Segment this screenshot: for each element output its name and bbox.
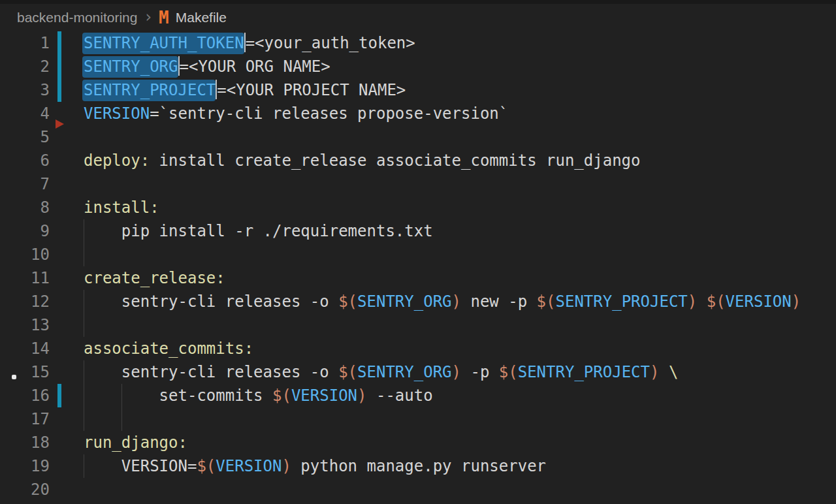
line-number[interactable]: 13 <box>0 313 50 337</box>
code-line[interactable]: 8install: <box>0 196 836 219</box>
code-token: $( <box>338 363 357 381</box>
code-line[interactable]: 17 <box>0 407 836 431</box>
line-number[interactable]: 18 <box>0 431 50 454</box>
code-line[interactable]: 11create_release: <box>0 266 836 290</box>
code-line-content[interactable]: pip install -r ./requirements.txt <box>84 219 433 243</box>
line-number[interactable]: 1 <box>0 31 50 55</box>
line-number[interactable]: 15 <box>0 360 50 384</box>
code-line[interactable]: 7 <box>0 172 836 196</box>
code-token: ) <box>792 292 801 311</box>
code-editor[interactable]: 1SENTRY_AUTH_TOKEN=<your_auth_token>2SEN… <box>0 31 836 504</box>
line-number[interactable]: 2 <box>0 55 50 78</box>
selection-highlight: SENTRY_AUTH_TOKEN <box>82 33 244 54</box>
code-token <box>659 363 668 381</box>
line-number[interactable]: 7 <box>0 172 50 196</box>
chevron-right-icon: › <box>145 8 152 26</box>
gutter-arrow-icon <box>56 119 64 129</box>
modified-gutter-indicator <box>57 78 61 102</box>
line-number[interactable]: 17 <box>0 407 50 431</box>
breadcrumb-folder[interactable]: backend-monitoring <box>17 10 137 25</box>
code-line-content[interactable]: create_release: <box>84 266 225 290</box>
line-number[interactable]: 12 <box>0 290 50 313</box>
code-line-content[interactable]: set-commits $(VERSION) --auto <box>84 384 433 407</box>
selection-highlight: SENTRY_ORG <box>82 56 178 78</box>
code-line-content[interactable]: SENTRY_AUTH_TOKEN=<your_auth_token> <box>84 31 415 55</box>
code-token: ) <box>357 386 366 405</box>
code-token: ) <box>452 363 461 381</box>
code-token: VERSION <box>726 292 792 311</box>
line-number[interactable]: 10 <box>0 243 50 266</box>
code-line-content[interactable]: deploy: install create_release associate… <box>84 149 641 172</box>
code-token: install: <box>84 198 159 217</box>
code-line[interactable]: 4VERSION=`sentry-cli releases propose-ve… <box>0 102 836 125</box>
line-number[interactable]: 20 <box>0 478 50 501</box>
code-token: ) <box>650 363 659 381</box>
line-number[interactable]: 4 <box>0 102 50 125</box>
line-number[interactable]: 5 <box>0 125 50 149</box>
code-token: sentry-cli releases -o <box>84 292 338 311</box>
code-token: --auto <box>367 386 433 405</box>
line-number[interactable]: 9 <box>0 219 50 243</box>
code-token: pip install -r ./requirements.txt <box>84 222 433 240</box>
code-line-content[interactable]: run_django: <box>84 431 187 454</box>
code-token: new -p <box>461 292 537 311</box>
code-line[interactable]: 20 <box>0 478 836 501</box>
code-line-content[interactable]: VERSION=`sentry-cli releases propose-ver… <box>84 102 508 125</box>
line-number[interactable]: 19 <box>0 454 50 478</box>
code-token: deploy: <box>84 151 150 170</box>
code-line[interactable]: 9 pip install -r ./requirements.txt <box>0 219 836 243</box>
code-line[interactable]: 12 sentry-cli releases -o $(SENTRY_ORG) … <box>0 290 836 313</box>
code-token: VERSION <box>84 104 150 123</box>
code-line-content[interactable]: associate_commits: <box>84 337 253 360</box>
line-number[interactable]: 8 <box>0 196 50 219</box>
modified-gutter-indicator <box>57 384 61 407</box>
code-token <box>697 292 706 311</box>
code-line-content[interactable]: VERSION=$(VERSION) python manage.py runs… <box>84 454 546 478</box>
line-number[interactable]: 16 <box>0 384 50 407</box>
line-number[interactable]: 3 <box>0 78 50 102</box>
code-line-content[interactable]: install: <box>84 196 159 219</box>
code-token: SENTRY_PROJECT <box>556 292 688 311</box>
indent-guide <box>84 243 84 266</box>
code-line[interactable]: 5 <box>0 125 836 149</box>
code-lines: 1SENTRY_AUTH_TOKEN=<your_auth_token>2SEN… <box>0 31 836 501</box>
code-line-content[interactable]: sentry-cli releases -o $(SENTRY_ORG) -p … <box>84 360 678 384</box>
code-token: \ <box>669 363 678 381</box>
indent-guide <box>84 407 84 431</box>
code-token: associate_commits: <box>84 339 253 358</box>
modified-gutter-indicator <box>57 31 61 55</box>
code-token: run_django: <box>84 433 187 452</box>
code-token: =<YOUR PROJECT NAME> <box>217 81 406 99</box>
code-line[interactable]: 18run_django: <box>0 431 836 454</box>
code-token: =`sentry-cli releases propose-version` <box>150 104 508 123</box>
code-token: install create_release associate_commits… <box>150 151 640 170</box>
code-token: =<YOUR ORG NAME> <box>180 57 330 76</box>
code-token: $( <box>338 292 357 311</box>
code-token: VERSION <box>216 457 281 475</box>
line-number[interactable]: 14 <box>0 337 50 360</box>
code-line[interactable]: 13 <box>0 313 836 337</box>
code-line[interactable]: 10 <box>0 243 836 266</box>
code-line[interactable]: 6deploy: install create_release associat… <box>0 149 836 172</box>
code-token: create_release: <box>84 269 225 287</box>
line-number[interactable]: 6 <box>0 149 50 172</box>
code-line[interactable]: 3SENTRY_PROJECT=<YOUR PROJECT NAME> <box>0 78 836 102</box>
code-line[interactable]: 15 sentry-cli releases -o $(SENTRY_ORG) … <box>0 360 836 384</box>
code-line[interactable]: 2SENTRY_ORG=<YOUR ORG NAME> <box>0 55 836 78</box>
selection-highlight: SENTRY_PROJECT <box>82 80 216 101</box>
code-line-content[interactable]: sentry-cli releases -o $(SENTRY_ORG) new… <box>84 290 801 313</box>
code-line[interactable]: 19 VERSION=$(VERSION) python manage.py r… <box>0 454 836 478</box>
code-line[interactable]: 1SENTRY_AUTH_TOKEN=<your_auth_token> <box>0 31 836 55</box>
code-line[interactable]: 14associate_commits: <box>0 337 836 360</box>
modified-gutter-indicator <box>57 55 61 78</box>
line-number[interactable]: 11 <box>0 266 50 290</box>
breadcrumb-file[interactable]: Makefile <box>176 10 227 25</box>
code-line-content[interactable]: SENTRY_ORG=<YOUR ORG NAME> <box>84 55 330 78</box>
code-line[interactable]: 16 set-commits $(VERSION) --auto <box>0 384 836 407</box>
code-token: ) <box>281 457 291 475</box>
code-token: $( <box>499 363 518 381</box>
code-token: SENTRY_ORG <box>357 363 452 381</box>
code-token: $( <box>537 292 556 311</box>
code-token: -p <box>461 363 499 381</box>
code-line-content[interactable]: SENTRY_PROJECT=<YOUR PROJECT NAME> <box>84 78 406 102</box>
